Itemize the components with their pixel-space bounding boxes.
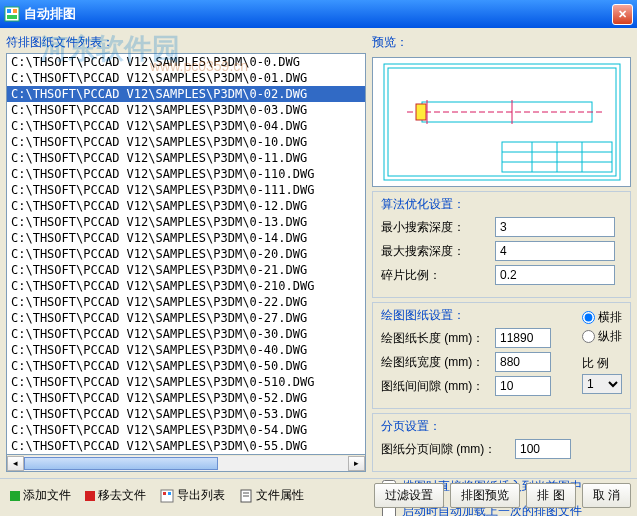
file-list-item[interactable]: C:\THSOFT\PCCAD V12\SAMPLES\P3DM\0-01.DW… — [7, 70, 365, 86]
layout-preview-button[interactable]: 排图预览 — [450, 483, 520, 508]
svg-rect-8 — [416, 104, 426, 120]
file-list-item[interactable]: C:\THSOFT\PCCAD V12\SAMPLES\P3DM\0-52.DW… — [7, 390, 365, 406]
preview-label: 预览： — [372, 34, 631, 51]
orient-h-label: 横排 — [598, 309, 622, 326]
layout-button[interactable]: 排 图 — [526, 483, 575, 508]
file-list-item[interactable]: C:\THSOFT\PCCAD V12\SAMPLES\P3DM\0-21.DW… — [7, 262, 365, 278]
file-list-item[interactable]: C:\THSOFT\PCCAD V12\SAMPLES\P3DM\0-22.DW… — [7, 294, 365, 310]
cancel-button[interactable]: 取 消 — [582, 483, 631, 508]
bottom-toolbar: 添加文件 移去文件 导出列表 文件属性 过滤设置 排图预览 排 图 取 消 — [0, 478, 637, 512]
file-list-item[interactable]: C:\THSOFT\PCCAD V12\SAMPLES\P3DM\0-02.DW… — [7, 86, 365, 102]
file-list-item[interactable]: C:\THSOFT\PCCAD V12\SAMPLES\P3DM\0-04.DW… — [7, 118, 365, 134]
paper-gap-input[interactable] — [495, 376, 551, 396]
file-list-item[interactable]: C:\THSOFT\PCCAD V12\SAMPLES\P3DM\0-20.DW… — [7, 246, 365, 262]
file-list-item[interactable]: C:\THSOFT\PCCAD V12\SAMPLES\P3DM\0-110.D… — [7, 166, 365, 182]
file-list-item[interactable]: C:\THSOFT\PCCAD V12\SAMPLES\P3DM\0-27.DW… — [7, 310, 365, 326]
svg-rect-1 — [7, 9, 11, 13]
max-depth-input[interactable] — [495, 241, 615, 261]
remove-file-button[interactable]: 移去文件 — [81, 485, 150, 506]
pagination-settings-group: 分页设置： 图纸分页间隙 (mm)： — [372, 413, 631, 472]
file-list-item[interactable]: C:\THSOFT\PCCAD V12\SAMPLES\P3DM\0-50.DW… — [7, 358, 365, 374]
add-file-label: 添加文件 — [23, 487, 71, 504]
svg-rect-3 — [7, 15, 17, 19]
file-list-item[interactable]: C:\THSOFT\PCCAD V12\SAMPLES\P3DM\0-12.DW… — [7, 198, 365, 214]
page-gap-label: 图纸分页间隙 (mm)： — [381, 441, 511, 458]
export-list-button[interactable]: 导出列表 — [156, 485, 229, 506]
algorithm-settings-group: 算法优化设置： 最小搜索深度： 最大搜索深度： 碎片比例： — [372, 191, 631, 298]
add-file-button[interactable]: 添加文件 — [6, 485, 75, 506]
paper-gap-label: 图纸间间隙 (mm)： — [381, 378, 491, 395]
file-list-item[interactable]: C:\THSOFT\PCCAD V12\SAMPLES\P3DM\0-03.DW… — [7, 102, 365, 118]
pagination-title: 分页设置： — [381, 418, 622, 435]
remove-file-label: 移去文件 — [98, 487, 146, 504]
max-depth-label: 最大搜索深度： — [381, 243, 491, 260]
file-list-item[interactable]: C:\THSOFT\PCCAD V12\SAMPLES\P3DM\0-30.DW… — [7, 326, 365, 342]
file-list-label: 符排图纸文件列表： — [6, 34, 366, 51]
props-icon — [239, 489, 253, 503]
svg-rect-18 — [163, 492, 166, 495]
paper-settings-group: 绘图图纸设置： 绘图纸长度 (mm)： 绘图纸宽度 (mm)： 图纸间间隙 (m… — [372, 302, 631, 409]
min-depth-label: 最小搜索深度： — [381, 219, 491, 236]
min-depth-input[interactable] — [495, 217, 615, 237]
preview-pane — [372, 57, 631, 187]
export-icon — [160, 489, 174, 503]
orient-horizontal-radio[interactable]: 横排 — [582, 309, 622, 326]
orient-vertical-radio[interactable]: 纵排 — [582, 328, 622, 345]
paper-width-input[interactable] — [495, 352, 551, 372]
frag-ratio-label: 碎片比例： — [381, 267, 491, 284]
horizontal-scrollbar[interactable]: ◂ ▸ — [6, 455, 366, 472]
file-listbox[interactable]: C:\THSOFT\PCCAD V12\SAMPLES\P3DM\0-0.DWG… — [6, 53, 366, 455]
algorithm-settings-title: 算法优化设置： — [381, 196, 622, 213]
paper-width-label: 绘图纸宽度 (mm)： — [381, 354, 491, 371]
file-list-item[interactable]: C:\THSOFT\PCCAD V12\SAMPLES\P3DM\0-210.D… — [7, 278, 365, 294]
frag-ratio-input[interactable] — [495, 265, 615, 285]
svg-rect-19 — [168, 492, 171, 495]
paper-length-label: 绘图纸长度 (mm)： — [381, 330, 491, 347]
file-list-item[interactable]: C:\THSOFT\PCCAD V12\SAMPLES\P3DM\0-53.DW… — [7, 406, 365, 422]
file-list-item[interactable]: C:\THSOFT\PCCAD V12\SAMPLES\P3DM\0-10.DW… — [7, 134, 365, 150]
file-list-item[interactable]: C:\THSOFT\PCCAD V12\SAMPLES\P3DM\0-40.DW… — [7, 342, 365, 358]
paper-length-input[interactable] — [495, 328, 551, 348]
scroll-left-arrow-icon[interactable]: ◂ — [7, 456, 24, 471]
paper-settings-title: 绘图图纸设置： — [381, 307, 572, 324]
svg-rect-2 — [13, 9, 17, 13]
file-list-item[interactable]: C:\THSOFT\PCCAD V12\SAMPLES\P3DM\0-54.DW… — [7, 422, 365, 438]
file-list-item[interactable]: C:\THSOFT\PCCAD V12\SAMPLES\P3DM\0-111.D… — [7, 182, 365, 198]
file-list-item[interactable]: C:\THSOFT\PCCAD V12\SAMPLES\P3DM\0-14.DW… — [7, 230, 365, 246]
file-list-item[interactable]: C:\THSOFT\PCCAD V12\SAMPLES\P3DM\0-11.DW… — [7, 150, 365, 166]
drawing-preview-icon — [382, 62, 622, 182]
filter-settings-button[interactable]: 过滤设置 — [374, 483, 444, 508]
close-button[interactable]: ✕ — [612, 4, 633, 25]
file-list-item[interactable]: C:\THSOFT\PCCAD V12\SAMPLES\P3DM\0-510.D… — [7, 374, 365, 390]
svg-rect-17 — [161, 490, 173, 502]
file-props-button[interactable]: 文件属性 — [235, 485, 308, 506]
file-list-item[interactable]: C:\THSOFT\PCCAD V12\SAMPLES\P3DM\0-13.DW… — [7, 214, 365, 230]
app-icon — [4, 6, 20, 22]
file-props-label: 文件属性 — [256, 487, 304, 504]
file-list-item[interactable]: C:\THSOFT\PCCAD V12\SAMPLES\P3DM\0-0.DWG — [7, 54, 365, 70]
ratio-label: 比 例 — [582, 355, 622, 372]
ratio-select[interactable]: 1 — [582, 374, 622, 394]
scroll-right-arrow-icon[interactable]: ▸ — [348, 456, 365, 471]
titlebar: 自动排图 ✕ — [0, 0, 637, 28]
scroll-thumb[interactable] — [24, 457, 218, 470]
file-list-item[interactable]: C:\THSOFT\PCCAD V12\SAMPLES\P3DM\0-55.DW… — [7, 438, 365, 454]
window-title: 自动排图 — [24, 5, 612, 23]
orient-v-label: 纵排 — [598, 328, 622, 345]
page-gap-input[interactable] — [515, 439, 571, 459]
export-list-label: 导出列表 — [177, 487, 225, 504]
